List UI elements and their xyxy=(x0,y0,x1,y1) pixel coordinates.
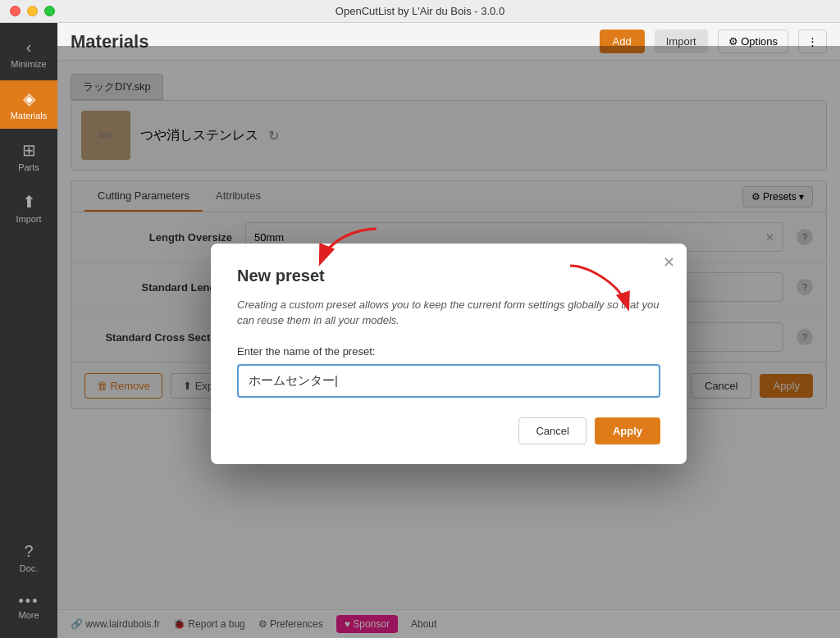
modal-close-button[interactable]: ✕ xyxy=(663,253,675,271)
import-icon: ⬆ xyxy=(22,192,36,212)
sidebar-item-doc[interactable]: ? Doc. xyxy=(0,534,57,581)
parts-icon: ⊞ xyxy=(22,140,36,160)
sidebar-item-minimize[interactable]: ‹ Minimize xyxy=(0,30,57,77)
modal-title: New preset xyxy=(237,267,660,285)
window-title: OpenCutList by L'Air du Bois - 3.0.0 xyxy=(336,5,504,17)
modal-apply-button[interactable]: Apply xyxy=(595,417,660,444)
modal-actions: Cancel Apply xyxy=(237,417,660,444)
modal-description: Creating a custom preset allows you to k… xyxy=(237,297,660,329)
sidebar-bottom: ? Doc. ••• More xyxy=(0,534,57,638)
modal-input-label: Enter the name of the preset: xyxy=(237,345,660,358)
sidebar-item-materials[interactable]: ◈ Materials xyxy=(0,80,57,129)
modal-cancel-button[interactable]: Cancel xyxy=(518,417,586,444)
titlebar: OpenCutList by L'Air du Bois - 3.0.0 xyxy=(0,0,840,23)
sidebar-item-more[interactable]: ••• More xyxy=(0,585,57,628)
preset-name-input[interactable] xyxy=(237,364,660,398)
maximize-button[interactable] xyxy=(44,6,55,16)
materials-icon: ◈ xyxy=(23,89,35,108)
new-preset-modal: ✕ New preset Creating a custom preset al… xyxy=(211,244,687,464)
modal-overlay: ✕ New preset Creating a custom preset al… xyxy=(57,46,840,638)
chevron-left-icon: ‹ xyxy=(26,38,32,57)
sidebar-item-import[interactable]: ⬆ Import xyxy=(0,184,57,232)
titlebar-buttons xyxy=(10,6,55,16)
doc-icon: ? xyxy=(24,542,33,561)
more-icon: ••• xyxy=(19,593,39,610)
sidebar: ‹ Minimize ◈ Materials ⊞ Parts ⬆ Import … xyxy=(0,23,57,638)
minimize-button[interactable] xyxy=(27,6,38,16)
close-button[interactable] xyxy=(10,6,21,16)
app-layout: ‹ Minimize ◈ Materials ⊞ Parts ⬆ Import … xyxy=(0,23,840,638)
main-content: Materials Add Import ⚙ Options ⋮ ラックDIY.… xyxy=(57,23,840,638)
sidebar-item-parts[interactable]: ⊞ Parts xyxy=(0,132,57,180)
